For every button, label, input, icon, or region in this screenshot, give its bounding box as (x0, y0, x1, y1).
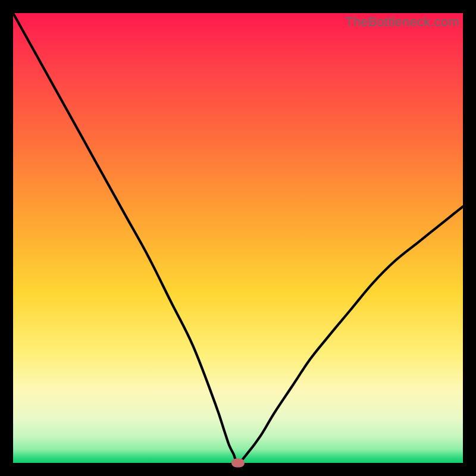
optimal-point-marker (231, 459, 245, 468)
bottleneck-curve (13, 13, 463, 463)
chart-frame: TheBottleneck.com (13, 13, 463, 463)
